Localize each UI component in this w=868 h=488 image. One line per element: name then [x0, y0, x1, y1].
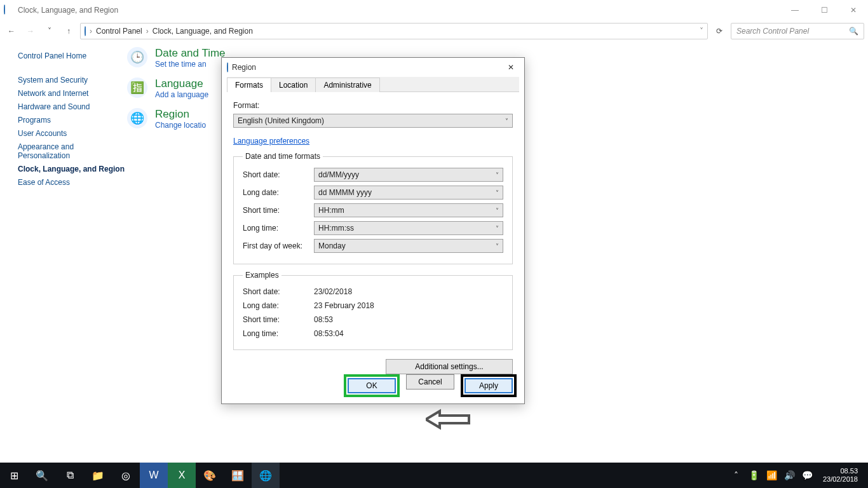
sidebar-item-network[interactable]: Network and Internet [18, 89, 127, 98]
additional-settings-button[interactable]: Additional settings... [386, 359, 513, 374]
start-button[interactable]: ⊞ [0, 463, 28, 488]
short-date-value: dd/MM/yyyy [318, 170, 359, 179]
short-date-select[interactable]: dd/MM/yyyy ˅ [314, 168, 503, 182]
cancel-button[interactable]: Cancel [406, 374, 454, 390]
chrome-icon[interactable]: ◎ [112, 463, 140, 488]
breadcrumb-icon [85, 27, 86, 36]
search-placeholder: Search Control Panel [736, 27, 809, 36]
wifi-icon[interactable]: 📶 [763, 463, 781, 488]
annotation-highlight-apply: Apply [461, 374, 517, 397]
minimize-button[interactable]: — [780, 0, 810, 20]
paint-icon[interactable]: 🎨 [196, 463, 224, 488]
window-title: Clock, Language, and Region [18, 6, 118, 15]
clock-icon: 🕒 [127, 47, 147, 67]
category-title[interactable]: Language [155, 78, 208, 90]
category-date-time[interactable]: 🕒 Date and Time Set the time an [127, 47, 226, 69]
group-caption: Examples [243, 271, 281, 280]
category-title[interactable]: Date and Time [155, 47, 226, 60]
dialog-titlebar[interactable]: Region ✕ [222, 58, 524, 77]
sidebar-item-ease[interactable]: Ease of Access [18, 178, 127, 187]
format-label: Format: [233, 101, 513, 110]
format-value: English (United Kingdom) [238, 116, 324, 125]
clock-time: 08.53 [823, 467, 858, 475]
back-button[interactable]: ← [4, 24, 19, 39]
long-time-select[interactable]: HH:mm:ss ˅ [314, 221, 503, 235]
taskview-button[interactable]: ⧉ [56, 463, 84, 488]
volume-icon[interactable]: 🔊 [781, 463, 799, 488]
sidebar-item-programs[interactable]: Programs [18, 116, 127, 125]
ex-long-date-value: 23 February 2018 [314, 301, 374, 310]
category-sub[interactable]: Change locatio [155, 121, 206, 130]
apply-button[interactable]: Apply [465, 378, 513, 393]
long-time-value: HH:mm:ss [318, 224, 354, 233]
settings-icon[interactable]: 🪟 [224, 463, 252, 488]
explorer-icon[interactable]: 📁 [84, 463, 112, 488]
taskbar-clock[interactable]: 08.53 23/02/2018 [817, 467, 864, 484]
short-time-label: Short time: [243, 206, 314, 215]
search-box[interactable]: Search Control Panel 🔍 [731, 23, 864, 39]
maximize-button[interactable]: ☐ [810, 0, 839, 20]
breadcrumb[interactable]: › Control Panel › Clock, Language, and R… [80, 23, 708, 39]
sidebar-item-appearance[interactable]: Appearance and Personalization [18, 142, 127, 160]
dialog-title: Region [232, 63, 256, 72]
sidebar-item-system[interactable]: System and Security [18, 76, 127, 85]
dialog-icon [227, 63, 228, 72]
sidebar-item-users[interactable]: User Accounts [18, 129, 127, 138]
language-preferences-link[interactable]: Language preferences [233, 137, 309, 146]
breadcrumb-leaf[interactable]: Clock, Language, and Region [153, 27, 253, 36]
refresh-button[interactable]: ⟳ [712, 24, 727, 39]
short-time-select[interactable]: HH:mm ˅ [314, 203, 503, 217]
breadcrumb-sep-icon: › [146, 27, 149, 36]
first-day-label: First day of week: [243, 241, 314, 250]
action-center-icon[interactable]: 💬 [799, 463, 817, 488]
category-list: 🕒 Date and Time Set the time an 🈯 Langua… [127, 44, 226, 191]
battery-icon[interactable]: 🔋 [745, 463, 763, 488]
sidebar-item-home[interactable]: Control Panel Home [18, 51, 127, 60]
group-caption: Date and time formats [243, 152, 323, 161]
window-icon [4, 5, 14, 15]
chevron-down-icon: ˅ [496, 189, 499, 196]
format-select[interactable]: English (United Kingdom) ˅ [233, 114, 513, 128]
sidebar-item-clock[interactable]: Clock, Language, and Region [18, 165, 127, 173]
first-day-select[interactable]: Monday ˅ [314, 239, 503, 253]
taskbar: ⊞ 🔍 ⧉ 📁 ◎ W X 🎨 🪟 🌐 ˄ 🔋 📶 🔊 💬 08.53 23/0… [0, 463, 868, 488]
category-sub[interactable]: Add a language [155, 90, 208, 99]
category-language[interactable]: 🈯 Language Add a language [127, 78, 226, 99]
ex-short-date-label: Short date: [243, 287, 314, 296]
dialog-close-button[interactable]: ✕ [503, 60, 519, 74]
category-region[interactable]: 🌐 Region Change locatio [127, 108, 226, 130]
short-date-label: Short date: [243, 170, 314, 179]
close-button[interactable]: ✕ [839, 0, 868, 20]
short-time-value: HH:mm [318, 206, 344, 215]
long-date-select[interactable]: dd MMMM yyyy ˅ [314, 186, 503, 200]
ex-short-time-label: Short time: [243, 315, 314, 324]
ex-long-date-label: Long date: [243, 301, 314, 310]
ok-button[interactable]: OK [348, 378, 396, 393]
category-sub[interactable]: Set the time an [155, 60, 207, 69]
tray-overflow-icon[interactable]: ˄ [728, 463, 745, 488]
clock-date: 23/02/2018 [823, 475, 858, 484]
category-title[interactable]: Region [155, 108, 206, 121]
address-dropdown-icon[interactable]: ˅ [700, 27, 703, 36]
chevron-down-icon: ˅ [496, 225, 499, 232]
excel-icon[interactable]: X [168, 463, 196, 488]
control-panel-icon[interactable]: 🌐 [252, 463, 280, 488]
chevron-down-icon: ˅ [496, 207, 499, 214]
ex-short-date-value: 23/02/2018 [314, 287, 352, 296]
language-icon: 🈯 [127, 78, 147, 98]
up-button[interactable]: ↑ [61, 24, 76, 39]
tab-formats[interactable]: Formats [227, 78, 271, 92]
sidebar-item-hardware[interactable]: Hardware and Sound [18, 102, 127, 111]
search-button[interactable]: 🔍 [28, 463, 56, 488]
group-examples: Examples Short date:23/02/2018 Long date… [233, 271, 513, 350]
forward-button[interactable]: → [23, 24, 38, 39]
region-dialog: Region ✕ Formats Location Administrative… [221, 57, 525, 404]
recent-dropdown[interactable]: ˅ [42, 24, 57, 39]
tab-administrative[interactable]: Administrative [315, 78, 379, 92]
chevron-down-icon: ˅ [496, 243, 499, 250]
annotation-arrow-icon [426, 409, 470, 430]
word-icon[interactable]: W [140, 463, 168, 488]
tab-location[interactable]: Location [271, 78, 316, 92]
window-titlebar: Clock, Language, and Region — ☐ ✕ [0, 0, 868, 20]
breadcrumb-root[interactable]: Control Panel [96, 27, 142, 36]
